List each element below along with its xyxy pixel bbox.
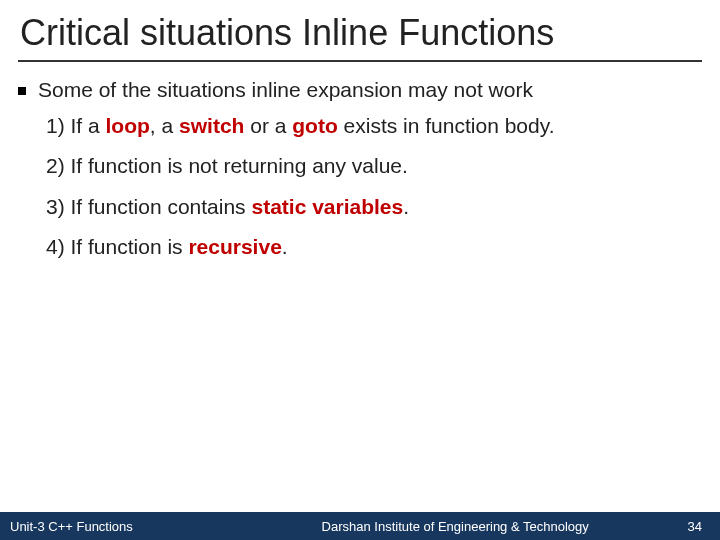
footer-page-number: 34 xyxy=(688,519,720,534)
item3-post: . xyxy=(403,195,409,218)
list-item: 3) If function contains static variables… xyxy=(46,193,702,221)
content-area: Some of the situations inline expansion … xyxy=(0,72,720,279)
item4-pre: 4) If function is xyxy=(46,235,188,258)
footer-unit: Unit-3 C++ Functions xyxy=(0,519,133,534)
item1-post: exists in function body. xyxy=(338,114,555,137)
footer-institute: Darshan Institute of Engineering & Techn… xyxy=(133,519,688,534)
item1-mid2: or a xyxy=(244,114,292,137)
keyword-static: static variables xyxy=(251,195,403,218)
keyword-switch: switch xyxy=(179,114,244,137)
list-item: 4) If function is recursive. xyxy=(46,233,702,261)
item1-mid1: , a xyxy=(150,114,179,137)
list-item: 2) If function is not returning any valu… xyxy=(46,152,702,180)
title-underline xyxy=(18,60,702,62)
list-item: 1) If a loop, a switch or a goto exists … xyxy=(46,112,702,140)
keyword-recursive: recursive xyxy=(188,235,281,258)
footer-bar: Unit-3 C++ Functions Darshan Institute o… xyxy=(0,512,720,540)
intro-row: Some of the situations inline expansion … xyxy=(18,78,702,102)
keyword-goto: goto xyxy=(292,114,337,137)
item3-pre: 3) If function contains xyxy=(46,195,251,218)
item1-pre: 1) If a xyxy=(46,114,106,137)
keyword-loop: loop xyxy=(106,114,150,137)
intro-text: Some of the situations inline expansion … xyxy=(38,78,533,102)
item4-post: . xyxy=(282,235,288,258)
slide-title: Critical situations Inline Functions xyxy=(0,0,720,60)
bullet-icon xyxy=(18,87,26,95)
